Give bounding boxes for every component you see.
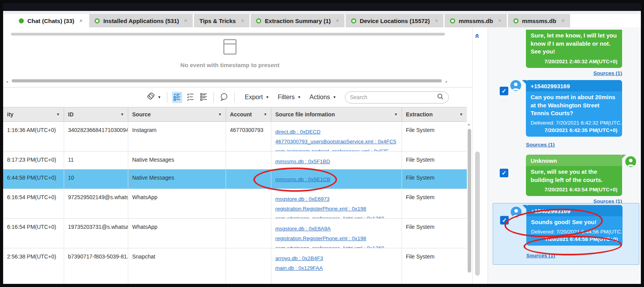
id-cell: 34028236684171030094... [64, 122, 128, 151]
calendar-icon [223, 39, 237, 55]
view-conversation-button[interactable] [172, 92, 182, 103]
sources-link[interactable]: Sources (1) [526, 253, 555, 258]
scroll-up-icon[interactable]: ▲ [467, 123, 470, 126]
tab-device-locations-15572[interactable]: Device Locations (15572)× [346, 14, 443, 27]
source-file-link[interactable]: direct.db : 0xDECD [275, 127, 398, 137]
table-row[interactable]: 1:16:36 AM(UTC+0)34028236684171030094...… [3, 122, 467, 152]
chat-bubble[interactable]: Sure, let me know, I will let you know i… [526, 30, 622, 68]
column-header-ity[interactable]: ity▼ [3, 107, 64, 121]
filters-label: Filters [278, 94, 295, 101]
message-sender: Unknown [526, 155, 622, 166]
close-icon[interactable]: × [498, 18, 501, 24]
actions-menu-button[interactable]: Actions ▼ [310, 94, 336, 101]
extraction-cell: File System [402, 219, 467, 248]
column-header-id[interactable]: ID▼ [64, 107, 128, 121]
table-row[interactable]: 6:44:58 PM(UTC+0)10Native Messagesmmssms… [3, 169, 467, 189]
id-cell: b7390717-f803-5039-81... [64, 248, 128, 284]
source-file-link[interactable]: msgstore.db : 0xE6973 [275, 194, 398, 204]
message-delivered-status: Delivered: 7/20/2021 6:42:32 PM(UTC... [526, 119, 622, 126]
chat-message-group: ✓+15402993169Can you meet in about 20min… [488, 80, 641, 153]
column-filter-caret-icon[interactable]: ▼ [56, 112, 60, 116]
column-header-label: Account [230, 111, 252, 118]
account-cell [226, 248, 271, 284]
timeline-bottom-scrollbar[interactable] [12, 79, 442, 82]
view-checklist-button[interactable] [185, 92, 196, 103]
tab-tips-tricks[interactable]: Tips & Tricks× [194, 14, 249, 27]
conversation-bubble-button[interactable] [219, 91, 230, 103]
tab-extraction-summary-1[interactable]: Extraction Summary (1)× [251, 14, 344, 27]
column-filter-caret-icon[interactable]: ▼ [394, 112, 398, 116]
column-filter-caret-icon[interactable]: ▼ [264, 112, 267, 116]
source-file-link[interactable]: arroyo.db : 0x2B4F3 [275, 253, 398, 263]
chat-message-group: ✓+15402993169Sounds good! See you!Delive… [488, 205, 641, 264]
table-row[interactable]: 6:16:54 PM(UTC+0)19735203731@s.whatsa...… [3, 219, 467, 248]
close-icon[interactable]: × [336, 18, 339, 24]
close-icon[interactable]: × [241, 18, 244, 24]
column-filter-caret-icon[interactable]: ▼ [218, 112, 222, 116]
panel-splitter[interactable] [483, 27, 488, 284]
source-file-link[interactable]: com.whatsapp_preferences_light.xml : 0x1… [275, 214, 398, 218]
extraction-cell: File System [402, 189, 467, 218]
chat-bubble[interactable]: UnknownSure, will see you at the buildin… [526, 155, 622, 196]
message-checkbox[interactable]: ✓ [500, 169, 508, 177]
column-header-source[interactable]: Source▼ [128, 107, 226, 121]
source-file-link[interactable]: registration.RegisterPhone.xml : 0x198 [275, 204, 398, 214]
message-checkbox[interactable]: ✓ [500, 87, 508, 95]
collapse-timeline-button[interactable]: « [474, 32, 482, 40]
source-file-cell: direct.db : 0xDECD46770300793_usersBoots… [271, 122, 402, 151]
tab-label: Tips & Tricks [199, 18, 236, 24]
bubble-tail [621, 155, 626, 159]
tab-chat-chats-33[interactable]: Chat (Chats) (33)× [13, 14, 88, 27]
filters-menu-button[interactable]: Filters ▼ [278, 94, 301, 101]
source-file-link[interactable]: registration.RegisterPhone.xml : 0x198 [275, 234, 398, 243]
close-icon[interactable]: × [561, 18, 565, 24]
scroll-right-icon[interactable]: ► [445, 80, 448, 84]
search-icon [437, 93, 444, 102]
message-checkbox[interactable]: ✓ [500, 216, 509, 225]
account-cell [226, 152, 271, 169]
gutter-scrollbar-thumb[interactable] [475, 152, 480, 276]
message-timestamp: 7/20/2021 6:44:58 PM(UTC+0) [526, 235, 622, 246]
toolbar-divider [167, 92, 167, 102]
source-file-link[interactable]: com.instagram.android_preferences.xml : … [275, 146, 398, 151]
close-icon[interactable]: × [184, 18, 187, 24]
contact-avatar-icon [625, 156, 636, 167]
source-file-link[interactable]: mmssms.db : 0x5E1CB [275, 175, 398, 184]
chat-bubble[interactable]: +15402993169Can you meet in about 20mins… [526, 80, 622, 137]
tab-mmssms-db[interactable]: mmssms.db× [508, 14, 570, 27]
tags-filter-button[interactable]: ▼ [145, 91, 162, 103]
search-input[interactable] [350, 94, 437, 100]
export-menu-button[interactable]: Export ▼ [245, 94, 269, 101]
sources-link[interactable]: Sources (1) [526, 142, 555, 148]
chat-bubble[interactable]: +15402993169Sounds good! See you!Deliver… [526, 205, 622, 246]
column-header-source-file-information[interactable]: Source file information▼ [271, 107, 402, 121]
account-cell: 46770300793 [226, 122, 271, 151]
scrollbar-thumb[interactable] [468, 129, 471, 273]
close-icon[interactable]: × [435, 18, 438, 24]
column-header-label: ID [68, 111, 74, 118]
id-cell: 11 [64, 152, 128, 169]
source-file-link[interactable]: main.db : 0x129FAA [275, 263, 398, 273]
column-filter-caret-icon[interactable]: ▼ [459, 112, 463, 116]
table-row[interactable]: 2:56:38 PM(UTC+0)b7390717-f803-5039-81..… [3, 248, 467, 284]
tab-mmssms-db[interactable]: mmssms.db× [445, 14, 507, 27]
source-file-link[interactable]: mmssms.db : 0x5F1BD [275, 157, 398, 166]
view-table-button[interactable] [199, 92, 209, 103]
timeline-top-scrollbar[interactable] [11, 33, 445, 36]
source-file-link[interactable]: msgstore.db : 0xE6A9A [275, 224, 398, 234]
column-header-extraction[interactable]: Extraction▼ [402, 107, 467, 121]
column-filter-caret-icon[interactable]: ▼ [120, 112, 124, 116]
sources-link[interactable]: Sources (1) [593, 70, 622, 76]
source-file-link[interactable]: com.whatsapp_preferences_light.xml : 0x1… [275, 243, 398, 248]
tab-installed-applications-531[interactable]: Installed Applications (531)× [89, 14, 193, 27]
close-icon[interactable]: × [79, 18, 83, 24]
window-top-strip [3, 3, 641, 11]
source-file-link[interactable]: 46770300793_usersBootstrapService.xml : … [275, 137, 398, 146]
scroll-left-icon[interactable]: ◄ [5, 80, 9, 84]
table-vertical-scrollbar[interactable]: ▲ [467, 123, 472, 284]
table-row[interactable]: 6:16:54 PM(UTC+0)972529502149@s.whats...… [3, 189, 467, 219]
column-header-account[interactable]: Account▼ [226, 107, 271, 121]
checklist-view-icon [173, 93, 181, 102]
selected-message-container[interactable]: ✓+15402993169Sounds good! See you!Delive… [493, 203, 639, 265]
table-row[interactable]: 8:17:23 PM(UTC+0)11Native Messagesmmssms… [3, 152, 467, 169]
